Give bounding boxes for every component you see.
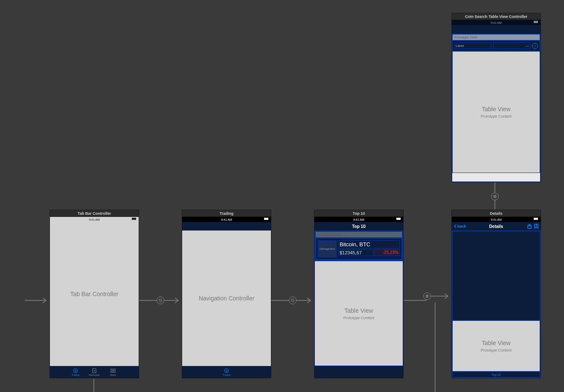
segue-relationship-icon [289, 297, 297, 304]
prototype-cells-header: Prototype Cells [315, 231, 402, 238]
navigation-bar [182, 222, 271, 231]
bitcoin-icon: B [73, 368, 78, 373]
scene-title: Trading [182, 210, 271, 216]
scene-title: Top 10 [314, 210, 404, 216]
nav-title: Details [489, 224, 503, 229]
nav-title: Top 10 [352, 224, 365, 229]
tab-bar: B Trading Favourites News [50, 366, 139, 378]
svg-rect-7 [426, 295, 428, 297]
placeholder-label: Tab Bar Controller [70, 291, 119, 297]
svg-text:B: B [226, 369, 228, 372]
table-view-placeholder: Table View Prototype Content [452, 320, 540, 372]
prototype-cells-header: Prototype Cells [452, 34, 540, 40]
tab-label: Top 10 [452, 372, 540, 378]
prototype-cell[interactable]: UIImageView Bitcoin, BTC $12345,67 -25,2… [315, 238, 402, 260]
navigation-bar: Top 10 [314, 222, 403, 231]
bookmark-icon[interactable] [534, 224, 539, 229]
share-icon[interactable] [527, 224, 532, 229]
coin-label: Label [454, 43, 491, 49]
tab-bar: B Trading [182, 366, 271, 378]
chevron-left-icon [454, 224, 457, 228]
segue-show-icon [423, 292, 431, 300]
status-bar: 9:41 AM [452, 20, 541, 25]
svg-line-6 [291, 299, 294, 302]
status-bar: 9:41 AM [314, 217, 403, 222]
coin-image-view: UIImageView [318, 240, 337, 257]
scene-title: Tab Bar Controller [49, 210, 139, 216]
svg-rect-8 [427, 296, 428, 297]
status-bar: 9:41 AM [182, 217, 271, 222]
coin-change-label: -25,23% [374, 249, 400, 256]
news-icon [110, 368, 116, 373]
details-content-view [452, 231, 540, 320]
status-bar: 9:41 AM [50, 217, 139, 222]
coin-name-label: Bitcoin, BTC [338, 240, 400, 248]
svg-text:B: B [75, 369, 77, 372]
scene-top10[interactable]: Top 10 9:41 AM Top 10 Prototype Cells UI… [314, 210, 404, 378]
back-button[interactable]: back [454, 224, 466, 228]
segue-relationship-icon [157, 297, 164, 304]
status-bar: 9:41 AM [452, 217, 541, 222]
svg-rect-11 [494, 196, 496, 197]
placeholder-label: Navigation Controller [199, 295, 255, 302]
scene-navigation-controller[interactable]: Trading 9:41 AM Navigation Controller B … [182, 210, 271, 378]
svg-rect-10 [494, 195, 496, 198]
svg-marker-17 [94, 370, 95, 371]
scene-coin-search[interactable]: Coin Search Table View Controller 9:41 A… [451, 13, 541, 182]
tab-trading[interactable]: B Trading [68, 366, 83, 378]
tab-news[interactable]: News [105, 366, 121, 378]
tab-bar [314, 366, 403, 378]
tab-favourites[interactable]: Favourites [87, 366, 102, 378]
tab-trading[interactable]: B Trading [219, 366, 234, 378]
prototype-cell[interactable]: Label — i [452, 40, 540, 51]
table-view-placeholder: Table View Prototype Content [314, 261, 403, 366]
table-view-placeholder: Table View Prototype Content [452, 51, 540, 173]
scene-details[interactable]: Details 9:41 AM back Details Table View … [451, 210, 541, 378]
bitcoin-icon: B [224, 368, 229, 373]
navigation-bar [452, 25, 541, 34]
scene-title: Coin Search Table View Controller [451, 13, 541, 20]
coin-price: — [493, 43, 530, 49]
info-icon[interactable]: i [532, 43, 538, 49]
scene-title: Details [451, 210, 541, 216]
star-doc-icon [92, 368, 97, 373]
segue-show-icon [491, 193, 499, 200]
svg-rect-18 [111, 369, 115, 372]
svg-line-3 [159, 299, 162, 302]
coin-price-label: $12345,67 [338, 249, 373, 256]
navigation-bar: back Details [452, 222, 541, 231]
scene-tab-bar-controller[interactable]: Tab Bar Controller 9:41 AM Tab Bar Contr… [49, 210, 139, 378]
